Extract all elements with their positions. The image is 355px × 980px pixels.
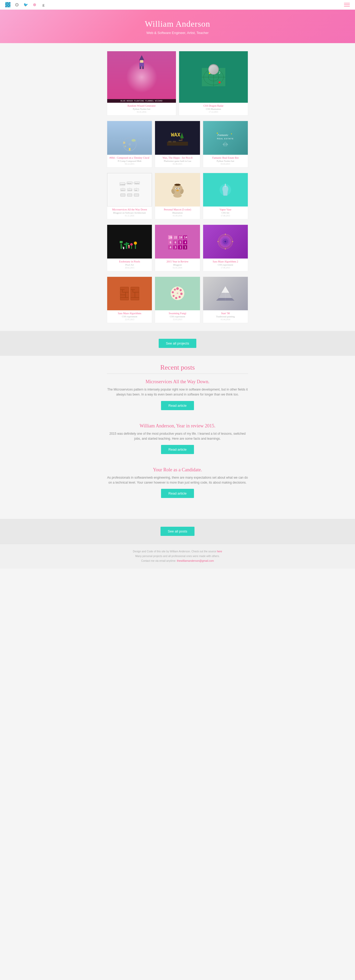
three-col-grid-1: #004 - Composed on a 'Destiny Clock' P-C…	[107, 121, 248, 167]
post-cta-3[interactable]: Read article	[161, 489, 194, 498]
logo-icon[interactable]	[5, 2, 10, 7]
svg-point-16	[132, 139, 136, 142]
goodreads-icon[interactable]: g	[41, 2, 46, 7]
sassmaze-title: Sass Maze Algorithms	[109, 312, 150, 315]
svg-point-109	[224, 240, 226, 243]
svg-rect-30	[224, 144, 227, 146]
post-entry-1: Microservices All the Way Down. The Micr…	[107, 379, 248, 415]
wizard-title: Random Wizard Generator	[109, 104, 174, 107]
project-card-microservices[interactable]: Frontend Branch Pipeline Service A Servi…	[107, 173, 152, 219]
svg-point-113	[225, 248, 226, 250]
hamburger-menu[interactable]	[344, 3, 350, 6]
swarming-fungi-icon	[167, 285, 188, 302]
twitter-icon[interactable]: 🐦	[23, 2, 28, 7]
project-card-star98[interactable]: Start '98 Traditional painting 01.04.201…	[203, 277, 248, 323]
project-card-hippo[interactable]: WAX Wax, The Hippo - for Pico-8 Platform…	[155, 121, 200, 167]
svg-text:5: 5	[180, 241, 181, 244]
mascot-illustration-icon	[168, 181, 187, 198]
svg-marker-24	[180, 132, 184, 138]
svg-marker-0	[139, 55, 144, 60]
destiny-title: #004 - Composed on a 'Destiny Clock'	[109, 156, 150, 159]
svg-point-111	[218, 241, 218, 242]
svg-point-132	[175, 297, 177, 299]
svg-point-135	[174, 289, 176, 291]
post-title-3: Your Role as a Candidate.	[107, 467, 248, 473]
post-cta-1[interactable]: Read article	[161, 401, 194, 410]
svg-rect-14	[123, 142, 125, 144]
svg-text:3: 3	[175, 246, 176, 249]
destiny-subtitle: P-Comp Composed Midi	[109, 160, 150, 162]
svg-point-73	[134, 242, 137, 245]
post-excerpt-3: As professionals in software/web enginee…	[107, 475, 248, 485]
footer-line1: Design and Code of this site by William …	[133, 550, 216, 553]
svg-text:REAL ESTATE: REAL ESTATE	[217, 137, 234, 140]
sass2-title: Sass Maze Algorithms 2	[205, 260, 246, 263]
svg-point-136	[177, 293, 178, 294]
project-card-mascot[interactable]: Personal Mascot (5-color) Illustration 0…	[155, 173, 200, 219]
microservices-subtitle: Blogpost on Software Architecture	[109, 212, 150, 214]
project-thumb-exobotany	[107, 225, 152, 258]
svg-rect-114	[120, 287, 129, 300]
exobotany-date: 20.02.2015	[109, 267, 150, 269]
project-card-destiny[interactable]: #004 - Composed on a 'Destiny Clock' P-C…	[107, 121, 152, 167]
project-thumb-swarming	[155, 277, 200, 310]
post-excerpt-2: 2015 was definitely one of the most prod…	[107, 431, 248, 441]
project-thumb-vase	[203, 173, 248, 207]
project-card-swarming[interactable]: Swarming Fungi CSS experiment 15.03.2015	[155, 277, 200, 323]
wizard-sprite-icon	[135, 54, 148, 72]
footer-email-link[interactable]: thewilliamanderson@gmail.com	[177, 559, 214, 562]
svg-rect-22	[179, 140, 181, 141]
project-info-microservices: Microservices All the Way Down Blogpost …	[107, 207, 152, 219]
svg-rect-21	[173, 141, 176, 142]
footer-source-link[interactable]: here	[217, 550, 222, 553]
swarming-title: Swarming Fungi	[157, 312, 197, 315]
three-col-grid-3: Exobotany in Pixels Pixel Art 20.02.2015…	[107, 224, 248, 271]
project-thumb-wizard: BLUE-NOSED FLOATING FLANNEL WIZARD	[107, 51, 176, 103]
post-excerpt-1: The Microservices pattern is intensely p…	[107, 387, 248, 397]
project-card-realestate[interactable]: Fantastic REAL ESTATE ✦ ✦ Fantastic Real…	[203, 121, 248, 167]
svg-rect-20	[168, 141, 172, 142]
svg-point-59	[174, 193, 181, 197]
microservices-title: Microservices All the Way Down	[109, 208, 150, 211]
projects-grid-row2: Frontend Branch Pipeline Service A Servi…	[102, 170, 253, 219]
project-card-sassmaze[interactable]: Sass Maze Algorithms CSS experiment 22.0…	[107, 277, 152, 323]
svg-text:✦: ✦	[231, 133, 232, 135]
project-card-yearreview[interactable]: 26 22 19 14 6 6 5 4 4	[155, 224, 200, 271]
project-thumb-mascot	[155, 173, 200, 207]
vase-css-icon	[216, 181, 234, 198]
project-card-wizard[interactable]: BLUE-NOSED FLOATING FLANNEL WIZARD Rando…	[107, 51, 176, 116]
svg-point-112	[225, 234, 226, 235]
three-col-grid-2: Frontend Branch Pipeline Service A Servi…	[107, 173, 248, 219]
footer-text-3: Contact me via email anytime: thewilliam…	[5, 558, 350, 563]
microservices-date: 01.11.2016	[109, 215, 150, 217]
see-all-projects-button[interactable]: See all projects	[159, 339, 197, 348]
see-all-posts-button[interactable]: See all posts	[161, 527, 194, 536]
project-info-swarming: Swarming Fungi CSS experiment 15.03.2015	[155, 310, 200, 323]
see-all-projects-section: See all projects	[0, 331, 355, 356]
project-card-dragon[interactable]: 2 CSS Dragon Radar CSS Illustration 17.1…	[179, 51, 248, 116]
svg-text:4: 4	[185, 241, 186, 244]
destiny-date: 03.12.2015	[109, 163, 150, 165]
footer-text-1: Design and Code of this site by William …	[5, 549, 350, 554]
project-card-sass2[interactable]: Sass Maze Algorithms 2 CSS experiment 17…	[203, 224, 248, 271]
svg-text:Branch: Branch	[127, 183, 132, 184]
post-cta-2[interactable]: Read article	[161, 445, 194, 454]
github-icon[interactable]: ⊙	[14, 2, 19, 7]
svg-point-128	[176, 287, 179, 290]
svg-rect-78	[124, 247, 124, 248]
svg-point-131	[178, 296, 181, 298]
mascot-subtitle: Illustration	[157, 212, 197, 214]
project-card-exobotany[interactable]: Exobotany in Pixels Pixel Art 20.02.2015	[107, 224, 152, 271]
destiny-visual-icon	[122, 137, 137, 152]
nav-icons-left: ⊙ 🐦 ⊛ g	[5, 2, 46, 7]
project-info-vase: Vapor Vase CSS Art 17.08.2015	[203, 207, 248, 219]
svg-point-10	[218, 81, 221, 83]
dribbble-icon[interactable]: ⊛	[32, 2, 37, 7]
star98-date: 01.04.2014	[205, 318, 246, 321]
svg-marker-29	[223, 142, 228, 145]
project-card-vase[interactable]: Vapor Vase CSS Art 17.08.2015	[203, 173, 248, 219]
svg-point-129	[180, 289, 181, 291]
svg-rect-63	[225, 184, 226, 187]
hero-title: William Anderson	[5, 19, 350, 29]
project-thumb-hippo: WAX	[155, 121, 200, 154]
